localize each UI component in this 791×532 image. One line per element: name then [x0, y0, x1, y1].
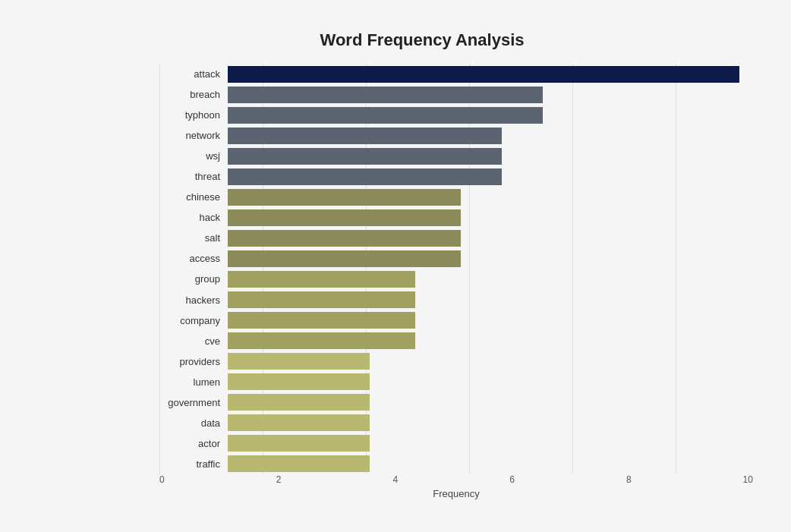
bar-label: breach: [159, 89, 228, 100]
bar-fill: [228, 209, 461, 226]
bar-fill: [228, 394, 370, 411]
bar-fill: [228, 455, 370, 472]
bar-row: government: [159, 392, 753, 413]
bar-row: threat: [159, 166, 753, 187]
bar-row: group: [159, 269, 753, 289]
y-axis-labels: [91, 64, 159, 474]
bar-row: traffic: [159, 454, 753, 474]
chart-title: Word Frequency Analysis: [91, 30, 753, 50]
bar-row: breach: [159, 84, 753, 105]
bar-fill: [228, 435, 370, 452]
bar-row: cve: [159, 331, 753, 351]
bar-fill: [228, 250, 461, 267]
bar-fill: [228, 291, 415, 308]
bar-label: cve: [159, 335, 228, 347]
bar-label: threat: [159, 171, 228, 182]
bar-label: company: [159, 315, 228, 326]
bar-row: hackers: [159, 290, 753, 310]
bar-row: attack: [159, 64, 753, 84]
bar-fill: [228, 353, 370, 370]
bar-fill: [228, 107, 543, 124]
bar-fill: [228, 332, 415, 349]
bar-fill: [228, 66, 739, 83]
bar-fill: [228, 230, 461, 247]
bar-label: traffic: [159, 458, 228, 470]
bar-label: group: [159, 273, 228, 285]
x-tick: 2: [276, 474, 282, 485]
x-axis-ticks: 0246810: [159, 474, 753, 485]
bar-label: typhoon: [159, 109, 228, 121]
bar-fill: [228, 168, 502, 185]
bar-row: lumen: [159, 372, 753, 392]
bar-row: network: [159, 125, 753, 146]
bars-container: attackbreachtyphoonnetworkwsjthreatchine…: [159, 64, 753, 474]
chart-container: Word Frequency Analysis attackbreachtyph…: [15, 15, 776, 532]
x-tick: 8: [626, 474, 632, 485]
bar-row: actor: [159, 433, 753, 454]
bar-row: data: [159, 413, 753, 433]
bar-label: providers: [159, 356, 228, 367]
bar-label: actor: [159, 438, 228, 449]
x-tick: 10: [743, 474, 753, 485]
bar-fill: [228, 87, 543, 103]
bar-fill: [228, 312, 415, 329]
x-axis-label: Frequency: [159, 488, 753, 499]
bar-label: hackers: [159, 294, 228, 306]
bar-row: salt: [159, 228, 753, 248]
bar-label: wsj: [159, 150, 228, 162]
bar-row: providers: [159, 351, 753, 372]
bar-row: wsj: [159, 146, 753, 166]
bar-label: attack: [159, 68, 228, 80]
x-tick: 0: [159, 474, 165, 485]
bar-row: hack: [159, 207, 753, 228]
bar-row: company: [159, 310, 753, 331]
x-tick: 6: [509, 474, 515, 485]
bar-fill: [228, 189, 461, 206]
x-tick: 4: [392, 474, 398, 485]
plot-area: attackbreachtyphoonnetworkwsjthreatchine…: [159, 64, 753, 474]
bar-fill: [228, 148, 502, 165]
bar-fill: [228, 373, 370, 390]
bar-label: data: [159, 417, 228, 429]
bar-label: lumen: [159, 376, 228, 388]
bar-label: network: [159, 130, 228, 141]
bar-label: chinese: [159, 191, 228, 203]
bar-row: chinese: [159, 187, 753, 207]
bar-row: access: [159, 248, 753, 269]
bar-fill: [228, 127, 502, 144]
x-axis: 0246810 Frequency: [91, 474, 753, 497]
bar-label: hack: [159, 212, 228, 223]
bar-label: salt: [159, 232, 228, 244]
bar-fill: [228, 414, 370, 431]
bar-label: government: [159, 397, 228, 408]
bar-label: access: [159, 253, 228, 264]
bar-fill: [228, 271, 415, 288]
bar-row: typhoon: [159, 105, 753, 125]
